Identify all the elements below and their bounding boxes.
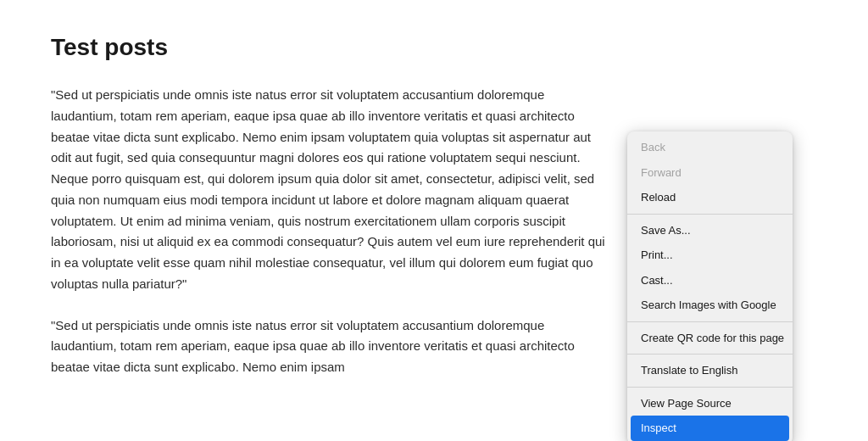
page-title: Test posts xyxy=(51,34,817,61)
menu-item-inspect[interactable]: Inspect xyxy=(631,416,789,441)
menu-item-cast[interactable]: Cast... xyxy=(627,268,793,293)
menu-item-view-source[interactable]: View Page Source xyxy=(627,391,793,416)
context-menu: Back Forward Reload Save As... Print... … xyxy=(627,131,793,441)
menu-divider-3 xyxy=(627,354,793,354)
menu-item-save-as[interactable]: Save As... xyxy=(627,218,793,243)
menu-item-translate[interactable]: Translate to English xyxy=(627,358,793,383)
paragraph-2: "Sed ut perspiciatis unde omnis iste nat… xyxy=(51,315,610,378)
menu-divider-4 xyxy=(627,387,793,388)
menu-item-search-images[interactable]: Search Images with Google xyxy=(627,293,793,318)
menu-divider-2 xyxy=(627,321,793,322)
menu-item-create-qr[interactable]: Create QR code for this page xyxy=(627,326,793,351)
menu-item-print[interactable]: Print... xyxy=(627,243,793,268)
menu-item-back[interactable]: Back xyxy=(627,135,793,160)
paragraph-1: "Sed ut perspiciatis unde omnis iste nat… xyxy=(51,85,610,295)
menu-item-forward[interactable]: Forward xyxy=(627,160,793,186)
menu-divider-1 xyxy=(627,214,793,215)
menu-item-reload[interactable]: Reload xyxy=(627,185,793,210)
